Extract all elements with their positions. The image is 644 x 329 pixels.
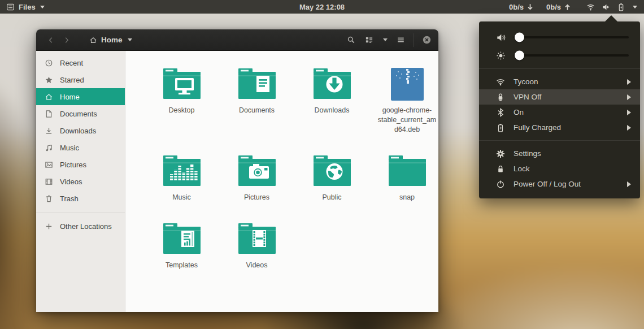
brightness-slider[interactable] [514,54,629,57]
forward-button[interactable] [59,33,75,47]
wifi-icon [496,77,505,86]
file-label: Desktop [169,106,195,115]
file-label: google-chrome-stable_current_amd64.deb [376,106,438,135]
brightness-slider-knob[interactable] [515,51,524,60]
menu-item-label: Lock [514,164,631,173]
folder-item-templates[interactable]: Templates [144,222,219,270]
power-icon [496,180,505,189]
sidebar-item-label: Starred [60,76,84,84]
files-app-icon [6,2,15,12]
folder-item-documents[interactable]: Documents [219,67,294,135]
file-label: Public [322,193,341,202]
music-icon [45,144,53,152]
location-button[interactable]: Home [84,33,138,47]
sidebar-item-label: Music [60,144,79,152]
folder-icon [387,154,428,188]
app-menu-label: Files [19,3,36,11]
gear-icon [496,149,505,158]
battery-charging-icon [616,2,626,12]
close-button[interactable] [418,33,435,47]
sidebar-item-pictures[interactable]: Pictures [36,156,125,173]
folder-icon [237,154,277,188]
search-icon [347,36,355,44]
arrow-down-icon [525,2,535,12]
app-menu-button[interactable]: Files [0,2,45,12]
files-window: Home RecentStarredHomeDocumentsDownloads… [36,29,438,312]
top-bar: Files May 22 12:08 0b/s 0b/s [0,0,644,14]
menu-item-label: On [514,108,619,116]
menu-item-settings[interactable]: Settings [479,146,640,161]
view-options-button[interactable] [378,33,391,47]
trash-icon [45,194,53,203]
menu-separator [479,140,640,141]
lock-icon [496,164,505,174]
folder-icon [162,154,202,188]
search-button[interactable] [342,33,360,47]
sidebar-item-music[interactable]: Music [36,139,125,156]
download-icon [45,127,53,135]
film-icon [45,178,53,186]
volume-slider-knob[interactable] [515,33,524,42]
sidebar-item-recent[interactable]: Recent [36,54,125,71]
sidebar-item-trash[interactable]: Trash [36,190,125,207]
folder-item-music[interactable]: Music [144,154,219,202]
file-item-deb-package[interactable]: google-chrome-stable_current_amd64.deb [369,67,445,135]
submenu-arrow-icon [627,79,631,85]
view-toggle-button[interactable] [360,33,378,47]
file-label: Pictures [244,193,269,202]
menu-item-fully-charged[interactable]: Fully Charged [479,120,640,135]
menu-item-label: Fully Charged [514,123,619,132]
sidebar: RecentStarredHomeDocumentsDownloadsMusic… [36,51,125,312]
home-icon [45,93,53,101]
menu-item-vpn-off[interactable]: VPN Off [479,89,640,105]
folder-item-pictures[interactable]: Pictures [219,154,294,202]
net-speed-down: 0b/s [509,2,535,12]
folder-icon [312,154,353,188]
menu-item-tycoon[interactable]: Tycoon [479,74,640,89]
plus-icon [45,222,53,231]
file-label: Documents [239,106,275,115]
sidebar-item-label: Recent [60,59,83,67]
file-label: Templates [166,261,198,270]
folder-item-downloads[interactable]: Downloads [294,67,369,135]
menu-item-label: Tycoon [514,77,619,86]
file-label: Downloads [315,106,350,115]
sidebar-item-home[interactable]: Home [36,88,125,105]
volume-slider[interactable] [514,36,629,38]
aggregate-menu-button[interactable] [584,2,639,12]
sidebar-item-label: Trash [60,194,79,203]
file-browser-content: DesktopDocumentsDownloadsgoogle-chrome-s… [125,51,438,312]
file-label: Music [172,193,191,202]
window-menu-button[interactable] [391,33,410,47]
menu-item-on[interactable]: On [479,105,640,120]
folder-item-videos[interactable]: Videos [219,222,294,270]
battery-icon [496,123,505,132]
sidebar-item-label: Pictures [60,161,86,169]
folder-item-public[interactable]: Public [294,154,369,202]
sidebar-item-label: Videos [60,178,82,186]
file-label: Videos [246,261,268,270]
menu-separator [479,68,640,69]
folder-icon [162,67,202,101]
menu-item-power-off-log-out[interactable]: Power Off / Log Out [479,176,640,192]
deb-package-icon [391,67,424,101]
menu-item-lock[interactable]: Lock [479,161,640,176]
sidebar-item-other-locations[interactable]: Other Locations [36,218,125,235]
submenu-arrow-icon [627,94,631,100]
sidebar-item-downloads[interactable]: Downloads [36,122,125,139]
sidebar-item-starred[interactable]: Starred [36,71,125,88]
menu-item-label: Power Off / Log Out [514,180,619,188]
net-up-value: 0b/s [546,3,561,11]
picture-icon [45,161,53,169]
folder-item-desktop[interactable]: Desktop [144,67,219,135]
folder-icon [312,67,353,101]
sidebar-item-label: Documents [60,110,97,118]
location-label: Home [101,36,123,44]
back-button[interactable] [43,33,59,47]
sidebar-item-documents[interactable]: Documents [36,105,125,122]
sidebar-item-videos[interactable]: Videos [36,173,125,190]
view-grid-icon [365,36,373,44]
bluetooth-icon [496,108,505,117]
document-icon [45,110,53,118]
folder-item-snap[interactable]: snap [369,154,445,202]
